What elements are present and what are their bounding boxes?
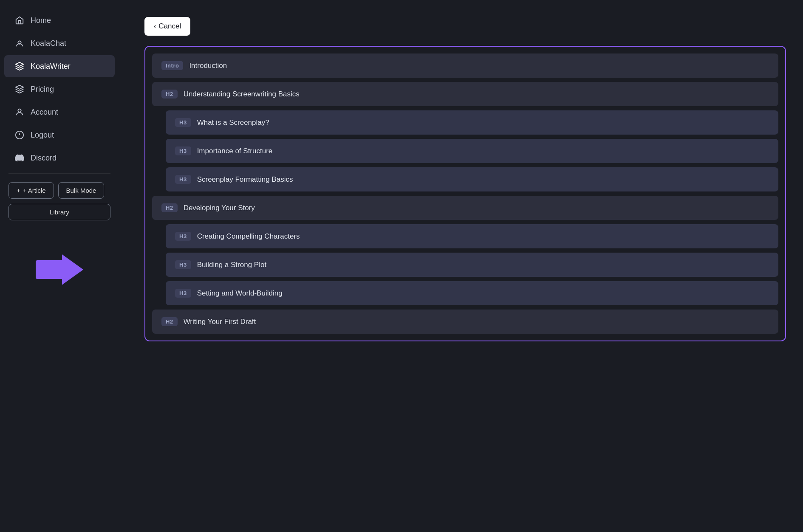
svg-point-1 — [18, 109, 21, 112]
arrow-indicator — [0, 246, 119, 293]
logout-icon — [14, 130, 25, 140]
article-button-label: + Article — [23, 187, 46, 194]
outline-title: Creating Compelling Characters — [197, 232, 300, 241]
outline-item-3[interactable]: H3 Importance of Structure — [166, 139, 778, 163]
outline-title: Building a Strong Plot — [197, 261, 267, 269]
outline-item-4[interactable]: H3 Screenplay Formatting Basics — [166, 167, 778, 191]
sidebar-item-label: Logout — [31, 131, 54, 140]
cancel-button[interactable]: ‹ Cancel — [144, 17, 190, 36]
outline-title: Importance of Structure — [197, 147, 273, 155]
outline-container: Intro Introduction H2 Understanding Scre… — [144, 46, 786, 341]
outline-item-8[interactable]: H3 Setting and World-Building — [166, 281, 778, 305]
outline-title: What is a Screenplay? — [197, 118, 269, 127]
sidebar-item-label: Discord — [31, 154, 57, 163]
sidebar-item-label: KoalaWriter — [31, 62, 71, 71]
outline-tag: H3 — [175, 260, 191, 269]
sidebar-item-discord[interactable]: Discord — [4, 147, 115, 169]
outline-item-5[interactable]: H2 Developing Your Story — [152, 196, 778, 220]
writer-icon — [14, 61, 25, 71]
library-label: Library — [50, 208, 69, 216]
sidebar-action-buttons: + + Article Bulk Mode — [0, 177, 119, 204]
outline-tag: H2 — [161, 317, 178, 326]
cancel-label: Cancel — [158, 22, 181, 31]
chevron-left-icon: ‹ — [154, 23, 156, 30]
main-content: ‹ Cancel Intro Introduction H2 Understan… — [119, 0, 803, 532]
pricing-icon — [14, 84, 25, 94]
outline-title: Understanding Screenwriting Basics — [184, 90, 300, 99]
chat-icon — [14, 38, 25, 48]
article-button[interactable]: + + Article — [8, 182, 54, 199]
library-button[interactable]: Library — [8, 204, 110, 220]
sidebar-item-label: Home — [31, 16, 51, 25]
outline-tag: Intro — [161, 61, 183, 70]
bulk-mode-button[interactable]: Bulk Mode — [58, 182, 105, 199]
sidebar-item-label: KoalaChat — [31, 39, 66, 48]
outline-title: Developing Your Story — [184, 204, 255, 212]
outline-title: Introduction — [189, 62, 227, 70]
sidebar-item-home[interactable]: Home — [4, 9, 115, 31]
sidebar-item-logout[interactable]: Logout — [4, 124, 115, 146]
outline-tag: H3 — [175, 232, 191, 241]
arrow-body — [36, 260, 62, 279]
sidebar-divider — [8, 173, 110, 174]
outline-title: Writing Your First Draft — [184, 318, 256, 326]
outline-item-2[interactable]: H3 What is a Screenplay? — [166, 110, 778, 135]
outline-title: Screenplay Formatting Basics — [197, 175, 293, 184]
outline-item-7[interactable]: H3 Building a Strong Plot — [166, 253, 778, 277]
outline-item-6[interactable]: H3 Creating Compelling Characters — [166, 224, 778, 248]
sidebar-item-account[interactable]: Account — [4, 101, 115, 123]
outline-tag: H2 — [161, 203, 178, 212]
outline-item-1[interactable]: H2 Understanding Screenwriting Basics — [152, 82, 778, 106]
outline-tag: H3 — [175, 289, 191, 298]
outline-tag: H3 — [175, 175, 191, 184]
outline-item-0[interactable]: Intro Introduction — [152, 53, 778, 78]
outline-tag: H3 — [175, 146, 191, 155]
outline-title: Setting and World-Building — [197, 289, 283, 298]
sidebar-item-koalawriter[interactable]: KoalaWriter — [4, 55, 115, 77]
sidebar-item-pricing[interactable]: Pricing — [4, 78, 115, 100]
home-icon — [14, 15, 25, 25]
bulk-mode-label: Bulk Mode — [66, 187, 96, 194]
outline-tag: H3 — [175, 118, 191, 127]
account-icon — [14, 107, 25, 117]
sidebar-item-label: Account — [31, 108, 58, 117]
sidebar: Home KoalaChat KoalaWriter Pricing Accou… — [0, 0, 119, 532]
arrow-head — [62, 254, 83, 285]
discord-icon — [14, 153, 25, 163]
outline-tag: H2 — [161, 90, 178, 99]
sidebar-item-koalachat[interactable]: KoalaChat — [4, 32, 115, 54]
outline-item-9[interactable]: H2 Writing Your First Draft — [152, 310, 778, 334]
plus-icon: + — [17, 187, 20, 194]
sidebar-item-label: Pricing — [31, 85, 54, 94]
